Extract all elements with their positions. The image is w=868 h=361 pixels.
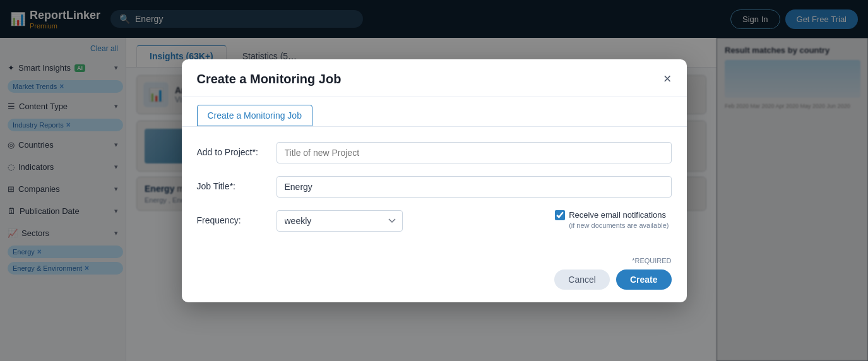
modal-header: Create a Monitoring Job × xyxy=(182,59,687,97)
modal-tab-create[interactable]: Create a Monitoring Job xyxy=(197,105,312,126)
frequency-label: Frequency: xyxy=(197,210,266,225)
email-notify-row: Receive email notifications xyxy=(555,210,666,220)
cancel-button[interactable]: Cancel xyxy=(554,269,610,290)
required-note: *REQUIRED xyxy=(182,257,687,267)
project-input[interactable] xyxy=(276,142,672,163)
project-label: Add to Project*: xyxy=(197,142,266,157)
frequency-select[interactable]: daily weekly monthly xyxy=(276,210,403,232)
email-notify-sublabel: (if new documents are available) xyxy=(555,222,669,229)
modal-title: Create a Monitoring Job xyxy=(197,72,342,86)
modal-footer: Cancel Create xyxy=(182,267,687,302)
modal-tabs: Create a Monitoring Job xyxy=(182,97,687,127)
jobtitle-input[interactable] xyxy=(276,176,672,198)
modal-close-button[interactable]: × xyxy=(663,72,672,86)
jobtitle-label: Job Title*: xyxy=(197,176,266,191)
form-row-frequency: Frequency: daily weekly monthly Receive … xyxy=(197,210,672,232)
form-row-jobtitle: Job Title*: xyxy=(197,176,672,198)
email-notify-group: Receive email notifications (if new docu… xyxy=(555,210,671,229)
modal-body: Add to Project*: Job Title*: Frequency: … xyxy=(182,127,687,257)
email-checkbox[interactable] xyxy=(555,210,565,220)
modal-overlay[interactable]: Create a Monitoring Job × Create a Monit… xyxy=(0,0,868,361)
modal-dialog: Create a Monitoring Job × Create a Monit… xyxy=(182,59,687,302)
create-button[interactable]: Create xyxy=(616,269,672,290)
email-notify-label: Receive email notifications xyxy=(569,210,666,220)
form-row-project: Add to Project*: xyxy=(197,142,672,163)
